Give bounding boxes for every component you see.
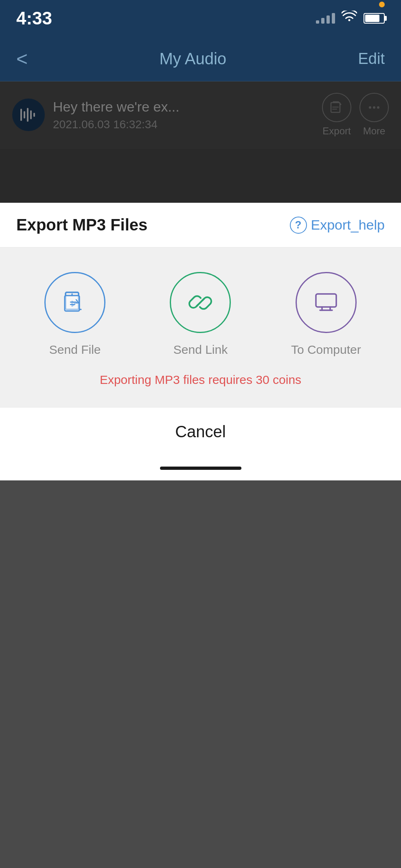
options-section: Send File Send Link	[0, 248, 401, 407]
send-file-icon-circle	[44, 272, 105, 333]
audio-title: Hey there we're ex...	[53, 99, 314, 115]
export-sheet-title: Export MP3 Files	[16, 216, 147, 234]
export-label: Export	[322, 125, 351, 137]
nav-bar: < My Audio Edit	[0, 37, 401, 81]
svg-rect-4	[33, 113, 35, 117]
svg-rect-1	[24, 111, 25, 118]
send-file-option[interactable]: Send File	[16, 272, 134, 357]
edit-button[interactable]: Edit	[358, 50, 385, 68]
battery-icon	[364, 13, 385, 24]
page-title: My Audio	[160, 50, 227, 68]
export-button[interactable]: Export	[322, 93, 351, 137]
notification-dot	[379, 2, 385, 7]
export-header: Export MP3 Files ? Export_help	[0, 203, 401, 248]
audio-list-item[interactable]: Hey there we're ex... 2021.06.03 16:32:3…	[0, 81, 401, 149]
more-label: More	[363, 125, 386, 137]
audio-avatar	[12, 99, 45, 131]
to-computer-option[interactable]: To Computer	[267, 272, 385, 357]
send-link-option[interactable]: Send Link	[142, 272, 259, 357]
help-icon: ?	[290, 217, 307, 234]
send-link-icon-circle	[170, 272, 231, 333]
coins-message: Exporting MP3 files requires 30 coins	[100, 373, 301, 387]
to-computer-icon-circle	[296, 272, 357, 333]
options-row: Send File Send Link	[16, 272, 385, 357]
main-content: Hey there we're ex... 2021.06.03 16:32:3…	[0, 81, 401, 480]
audio-info: Hey there we're ex... 2021.06.03 16:32:3…	[53, 99, 314, 131]
status-time: 4:33	[16, 8, 52, 28]
svg-point-6	[369, 106, 371, 109]
export-bottom-sheet: Export MP3 Files ? Export_help	[0, 203, 401, 480]
svg-point-8	[377, 106, 379, 109]
export-icon-circle	[322, 93, 351, 122]
audio-actions: Export More	[322, 93, 389, 137]
svg-rect-11	[316, 294, 336, 307]
home-bar	[160, 467, 241, 470]
svg-rect-0	[20, 109, 22, 121]
send-link-label: Send Link	[173, 343, 228, 357]
more-button[interactable]: More	[359, 93, 389, 137]
svg-point-7	[373, 106, 375, 109]
svg-rect-2	[27, 108, 28, 122]
to-computer-label: To Computer	[291, 343, 361, 357]
cancel-label: Cancel	[175, 423, 226, 441]
help-label: Export_help	[311, 217, 385, 233]
more-icon-circle	[359, 93, 389, 122]
send-file-label: Send File	[49, 343, 101, 357]
back-button[interactable]: <	[16, 48, 28, 70]
export-help-button[interactable]: ? Export_help	[290, 217, 385, 234]
wifi-icon	[342, 11, 357, 26]
cancel-button[interactable]: Cancel	[0, 407, 401, 456]
status-icons	[316, 11, 385, 26]
home-indicator	[0, 456, 401, 480]
signal-icon	[316, 13, 335, 24]
audio-date: 2021.06.03 16:32:34	[53, 118, 314, 131]
svg-rect-3	[30, 110, 32, 119]
status-bar: 4:33	[0, 0, 401, 37]
